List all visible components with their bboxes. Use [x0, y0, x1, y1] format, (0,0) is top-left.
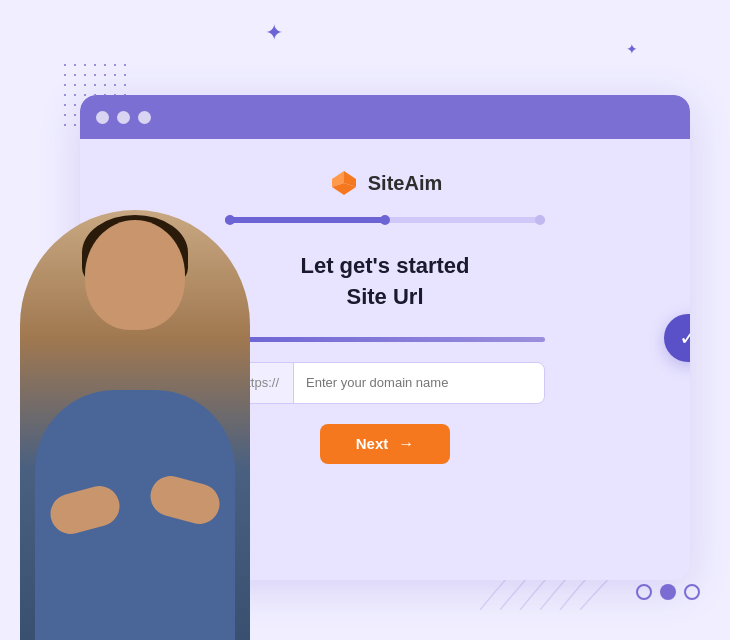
next-button-label: Next [356, 435, 389, 452]
progress-dot-end [535, 215, 545, 225]
browser-titlebar [80, 95, 690, 139]
bg-dots-bottom-right [636, 584, 700, 600]
browser-dot-3 [138, 111, 151, 124]
browser-dot-2 [117, 111, 130, 124]
dot-outline-2 [684, 584, 700, 600]
person-image [0, 160, 280, 640]
person-head [85, 220, 185, 330]
heading: Let get's started Site Url [300, 251, 469, 313]
star-icon-2: ✦ [626, 42, 638, 56]
domain-input[interactable] [294, 363, 544, 403]
check-icon: ✓ [679, 325, 690, 351]
person-silhouette [10, 180, 270, 640]
next-button[interactable]: Next → [320, 424, 451, 464]
dot-filled [660, 584, 676, 600]
star-icon-1: ✦ [265, 22, 283, 44]
dot-outline-1 [636, 584, 652, 600]
arrow-icon: → [398, 435, 414, 453]
person-arm-right [146, 472, 224, 529]
heading-title: Let get's started Site Url [300, 251, 469, 313]
browser-dot-1 [96, 111, 109, 124]
logo-text: SiteAim [368, 172, 442, 195]
person-arm-left [46, 482, 124, 539]
logo-area: SiteAim [328, 167, 442, 199]
progress-dot-mid [380, 215, 390, 225]
person-photo [20, 210, 250, 640]
person-shirt [35, 390, 235, 640]
logo-icon [328, 167, 360, 199]
